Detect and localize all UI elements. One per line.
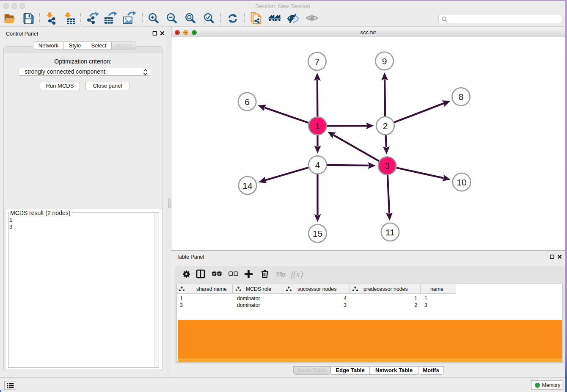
svg-text:3: 3 xyxy=(385,161,390,171)
svg-text:4: 4 xyxy=(315,160,320,170)
svg-text:14: 14 xyxy=(242,181,253,190)
svg-text:11: 11 xyxy=(385,227,395,237)
svg-text:9: 9 xyxy=(382,56,387,66)
svg-text:8: 8 xyxy=(459,92,464,102)
svg-text:1: 1 xyxy=(315,121,320,131)
svg-text:10: 10 xyxy=(457,177,466,187)
svg-text:2: 2 xyxy=(383,121,388,131)
svg-text:15: 15 xyxy=(313,229,322,238)
svg-text:6: 6 xyxy=(245,97,250,107)
svg-text:7: 7 xyxy=(315,57,320,66)
